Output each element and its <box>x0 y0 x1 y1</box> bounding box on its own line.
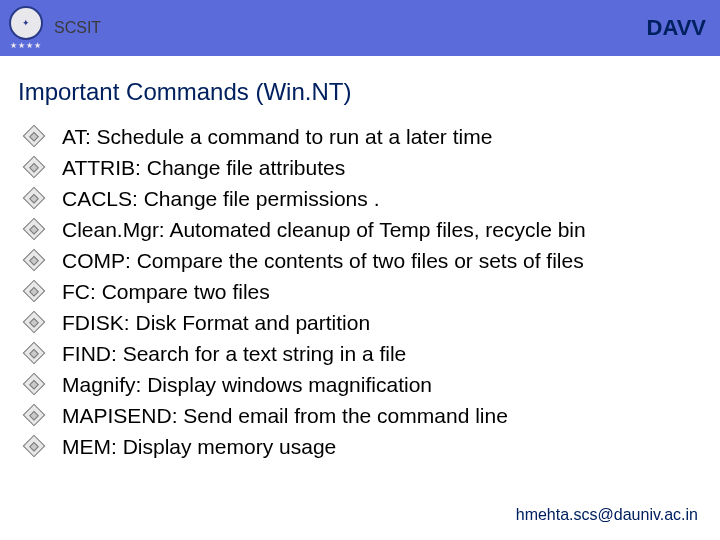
header-right-label: DAVV <box>647 15 707 41</box>
list-item: FIND: Search for a text string in a file <box>26 341 720 367</box>
diamond-bullet-icon <box>23 187 46 210</box>
institution-logo-icon: ✦ ★★★★ <box>4 6 48 50</box>
footer-email: hmehta.scs@dauniv.ac.in <box>516 506 698 524</box>
list-item-text: MAPISEND: Send email from the command li… <box>62 403 508 429</box>
list-item: FC: Compare two files <box>26 279 720 305</box>
list-item-text: FDISK: Disk Format and partition <box>62 310 370 336</box>
slide-header: ✦ ★★★★ SCSIT DAVV <box>0 0 720 56</box>
header-left: ✦ ★★★★ SCSIT <box>4 6 101 50</box>
list-item-text: COMP: Compare the contents of two files … <box>62 248 584 274</box>
list-item-text: FIND: Search for a text string in a file <box>62 341 406 367</box>
list-item: FDISK: Disk Format and partition <box>26 310 720 336</box>
diamond-bullet-icon <box>23 280 46 303</box>
list-item: AT: Schedule a command to run at a later… <box>26 124 720 150</box>
diamond-bullet-icon <box>23 404 46 427</box>
diamond-bullet-icon <box>23 435 46 458</box>
command-list: AT: Schedule a command to run at a later… <box>0 124 720 460</box>
list-item: Magnify: Display windows magnification <box>26 372 720 398</box>
list-item-text: FC: Compare two files <box>62 279 270 305</box>
list-item-text: AT: Schedule a command to run at a later… <box>62 124 492 150</box>
list-item-text: ATTRIB: Change file attributes <box>62 155 345 181</box>
list-item-text: Clean.Mgr: Automated cleanup of Temp fil… <box>62 217 586 243</box>
diamond-bullet-icon <box>23 249 46 272</box>
list-item-text: Magnify: Display windows magnification <box>62 372 432 398</box>
diamond-bullet-icon <box>23 156 46 179</box>
diamond-bullet-icon <box>23 125 46 148</box>
diamond-bullet-icon <box>23 373 46 396</box>
list-item: MEM: Display memory usage <box>26 434 720 460</box>
list-item-text: MEM: Display memory usage <box>62 434 336 460</box>
list-item: ATTRIB: Change file attributes <box>26 155 720 181</box>
list-item: MAPISEND: Send email from the command li… <box>26 403 720 429</box>
diamond-bullet-icon <box>23 218 46 241</box>
list-item-text: CACLS: Change file permissions . <box>62 186 379 212</box>
slide-title: Important Commands (Win.NT) <box>0 56 720 124</box>
diamond-bullet-icon <box>23 311 46 334</box>
diamond-bullet-icon <box>23 342 46 365</box>
list-item: COMP: Compare the contents of two files … <box>26 248 720 274</box>
list-item: CACLS: Change file permissions . <box>26 186 720 212</box>
header-left-label: SCSIT <box>54 19 101 37</box>
list-item: Clean.Mgr: Automated cleanup of Temp fil… <box>26 217 720 243</box>
